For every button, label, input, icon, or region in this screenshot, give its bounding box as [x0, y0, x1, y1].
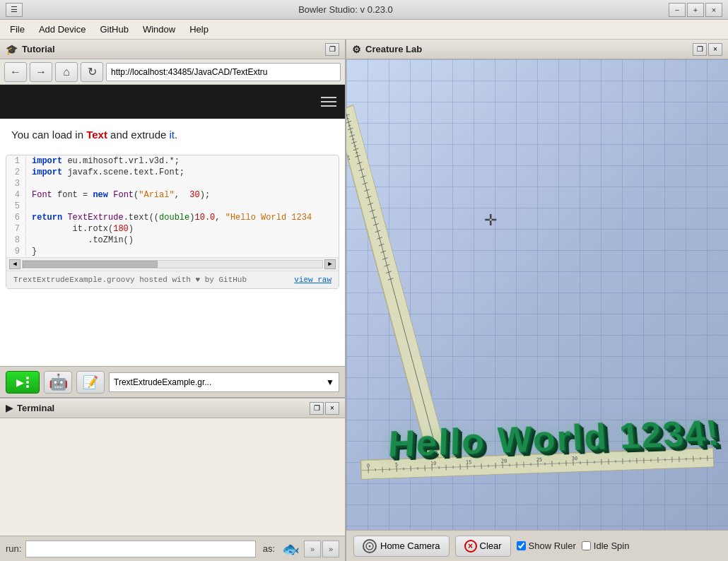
home-btn[interactable]: ⌂: [55, 62, 78, 82]
menu-file[interactable]: File: [3, 21, 32, 37]
creature-lab-content: 0 5 10: [346, 59, 728, 530]
terminal-restore-btn[interactable]: ❐: [310, 402, 324, 415]
fwd-btn-1[interactable]: »: [304, 541, 321, 557]
terminal-header-left: ▶ Terminal: [6, 403, 54, 413]
tutorial-description: You can load in Text and extrude it.: [0, 119, 345, 152]
crosshair: ✛: [484, 211, 501, 228]
script-selector[interactable]: TrextExtrudeExample.gr... ▼: [109, 372, 339, 392]
run-dots: [26, 377, 29, 388]
window-controls: − + ×: [669, 3, 722, 17]
desc-text: Text: [86, 129, 107, 141]
app-menu-btn[interactable]: ☰: [6, 3, 23, 17]
desc-part3: .: [175, 129, 177, 141]
left-panel: 🎓 Tutorial ❐ ← → ⌂ ↻: [0, 40, 346, 561]
tutorial-header-left: 🎓 Tutorial: [6, 44, 55, 55]
maximize-btn[interactable]: +: [687, 3, 704, 17]
menu-window[interactable]: Window: [136, 21, 182, 37]
desc-part2: and extrude: [107, 129, 170, 141]
creature-lab-controls: Home Camera × Clear Show Ruler Idle Spin: [346, 530, 728, 561]
as-label: as:: [263, 543, 275, 554]
hamburger-menu[interactable]: [321, 97, 336, 107]
menu-add-device[interactable]: Add Device: [32, 21, 93, 37]
show-ruler-checkbox[interactable]: [517, 541, 526, 550]
tutorial-header: 🎓 Tutorial ❐: [0, 40, 345, 59]
svg-text:0: 0: [367, 463, 370, 468]
gear-icon: ⚙: [352, 44, 361, 55]
creature-lab-header-right: ❐ ×: [693, 43, 722, 56]
run-label: run:: [6, 543, 21, 554]
terminal-input[interactable]: [25, 541, 255, 557]
desc-it: it: [170, 129, 175, 141]
app-title: Bowler Studio: v 0.23.0: [23, 4, 669, 15]
main-container: 🎓 Tutorial ❐ ← → ⌂ ↻: [0, 40, 728, 561]
terminal-header: ▶ Terminal ❐ ×: [0, 398, 345, 418]
idle-spin-checkbox[interactable]: [582, 541, 591, 550]
fwd-btn-2[interactable]: »: [322, 541, 339, 557]
scroll-thumb-h[interactable]: [23, 261, 158, 268]
clear-btn[interactable]: × Clear: [455, 536, 511, 557]
tutorial-header-right: ❐: [325, 43, 339, 56]
home-camera-label: Home Camera: [380, 541, 440, 551]
back-btn[interactable]: ←: [4, 62, 27, 82]
code-line-5: 5: [6, 201, 339, 212]
tutorial-panel: 🎓 Tutorial ❐ ← → ⌂ ↻: [0, 40, 345, 398]
creature-lab-restore-btn[interactable]: ❐: [693, 43, 707, 56]
play-icon: ▶: [16, 377, 24, 388]
code-line-1: 1 import eu.mihosoft.vrl.v3d.*;: [6, 155, 339, 167]
forward-btn[interactable]: →: [30, 62, 52, 82]
terminal-close-btn[interactable]: ×: [325, 402, 339, 415]
tutorial-title: Tutorial: [22, 44, 55, 54]
minimize-btn[interactable]: −: [669, 3, 686, 17]
code-line-8: 8 .toZMin(): [6, 235, 339, 246]
view-raw-link[interactable]: view raw: [294, 276, 331, 284]
menu-bar: File Add Device GitHub Window Help: [0, 20, 728, 40]
robot-btn[interactable]: 🤖: [44, 371, 72, 394]
clear-label: Clear: [480, 541, 502, 551]
scroll-left-btn[interactable]: ◀: [9, 259, 20, 269]
creature-lab-close-btn[interactable]: ×: [708, 43, 722, 56]
home-camera-icon: [363, 539, 377, 553]
menu-help[interactable]: Help: [182, 21, 216, 37]
run-bar: ▶ 🤖 📝 TrextExtrudeExample.gr... ▼: [0, 366, 345, 397]
terminal-icon: ▶: [6, 403, 13, 413]
gist-credit: TrextExtrudeExample.groovy hosted with ♥…: [13, 276, 247, 284]
code-line-7: 7 it.rotx(180): [6, 223, 339, 235]
close-btn[interactable]: ×: [705, 3, 722, 17]
right-panel: ⚙ Creature Lab ❐ ×: [346, 40, 728, 561]
browser-content: You can load in Text and extrude it. 1 i…: [0, 85, 345, 366]
code-line-4: 4 Font font = new Font("Arial", 30);: [6, 189, 339, 201]
svg-point-97: [369, 545, 371, 547]
edit-btn[interactable]: 📝: [76, 371, 105, 394]
browser-dark-header: [0, 85, 345, 119]
code-line-9: 9 }: [6, 246, 339, 257]
idle-spin-group: Idle Spin: [582, 541, 630, 551]
terminal-header-right: ❐ ×: [310, 402, 339, 415]
menu-github[interactable]: GitHub: [93, 21, 135, 37]
code-block: 1 import eu.mihosoft.vrl.v3d.*; 2 import…: [6, 155, 339, 289]
refresh-btn[interactable]: ↻: [81, 62, 103, 82]
idle-spin-label: Idle Spin: [594, 541, 630, 551]
url-bar[interactable]: [106, 63, 341, 81]
scroll-right-btn[interactable]: ▶: [324, 259, 336, 269]
show-ruler-group: Show Ruler: [517, 541, 576, 551]
tutorial-restore-btn[interactable]: ❐: [325, 43, 339, 56]
browser-toolbar: ← → ⌂ ↻: [0, 59, 345, 85]
home-camera-btn[interactable]: Home Camera: [353, 536, 450, 557]
show-ruler-label: Show Ruler: [529, 541, 576, 551]
terminal-icon-area: 🐟: [282, 541, 300, 557]
terminal-run-bar: run: as: 🐟 » »: [0, 536, 345, 561]
creature-lab-title: Creature Lab: [365, 44, 422, 54]
tutorial-icon: 🎓: [6, 44, 18, 55]
scroll-track-h: [22, 260, 323, 268]
title-bar-left: ☰: [6, 3, 23, 17]
desc-part1: You can load in: [11, 129, 86, 141]
code-line-3: 3: [6, 178, 339, 189]
creature-lab-header-left: ⚙ Creature Lab: [352, 44, 422, 55]
run-button[interactable]: ▶: [6, 371, 40, 394]
dropdown-arrow: ▼: [326, 377, 334, 387]
terminal-panel: ▶ Terminal ❐ × run: as: 🐟 » »: [0, 398, 345, 561]
title-bar: ☰ Bowler Studio: v 0.23.0 − + ×: [0, 0, 728, 20]
creature-lab-header: ⚙ Creature Lab ❐ ×: [346, 40, 728, 59]
fish-icon[interactable]: 🐟: [282, 541, 300, 557]
3d-viewport[interactable]: 0 5 10: [346, 59, 728, 530]
